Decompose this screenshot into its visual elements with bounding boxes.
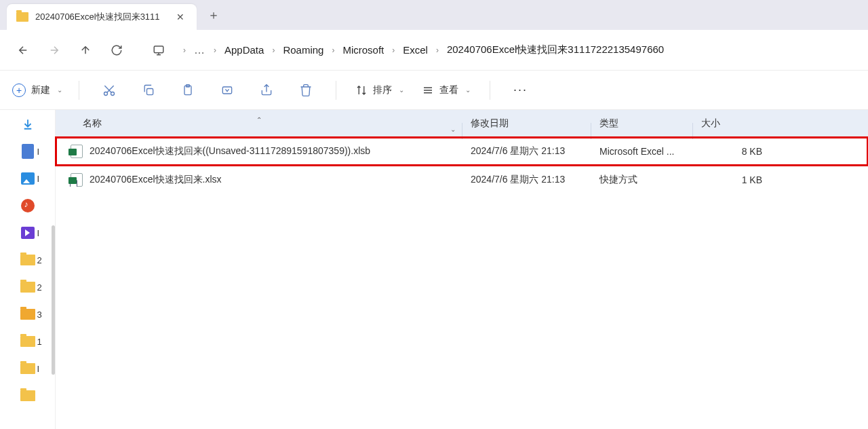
file-modified-cell: 2024/7/6 星期六 21:13 xyxy=(462,174,591,186)
svg-rect-3 xyxy=(147,88,153,94)
file-row[interactable]: 20240706Excel快速找回来((Unsaved-311172891591… xyxy=(56,137,868,166)
sidebar-music[interactable] xyxy=(17,197,39,214)
more-button[interactable]: ··· xyxy=(507,83,534,97)
file-type-cell: Microsoft Excel ... xyxy=(591,146,693,157)
file-size-cell: 1 KB xyxy=(693,174,774,185)
sidebar-folder[interactable]: I xyxy=(17,360,39,377)
crumb-excel[interactable]: Excel xyxy=(400,41,431,58)
file-size-cell: 8 KB xyxy=(693,146,774,157)
sort-button[interactable]: 排序 ⌄ xyxy=(353,84,407,96)
sidebar: I I I 2 2 3 1 I xyxy=(0,110,56,429)
refresh-button[interactable] xyxy=(103,37,130,64)
file-type-cell: 快捷方式 xyxy=(591,174,693,186)
main-area: I I I 2 2 3 1 I ⌃ 名称 ⌄ 修改日期 类型 大小 202407… xyxy=(0,110,868,429)
share-button[interactable] xyxy=(253,77,280,104)
svg-rect-0 xyxy=(154,46,163,53)
file-row[interactable]: 20240706Excel快速找回来.xlsx 2024/7/6 星期六 21:… xyxy=(56,166,868,194)
folder-icon xyxy=(20,255,35,265)
chevron-down-icon: ⌄ xyxy=(399,86,404,94)
chevron-down-icon: ⌄ xyxy=(57,86,62,94)
chevron-down-icon: ⌄ xyxy=(465,86,471,94)
delete-button[interactable] xyxy=(292,77,319,104)
video-icon xyxy=(21,227,35,239)
chevron-right-icon: › xyxy=(392,45,395,55)
breadcrumb-overflow[interactable]: … xyxy=(191,44,208,56)
sidebar-pictures[interactable]: I xyxy=(17,170,39,187)
cut-button[interactable] xyxy=(96,77,123,104)
chevron-down-icon[interactable]: ⌄ xyxy=(450,126,456,133)
crumb-current[interactable]: 20240706Excel快速找回来31117222135497660 xyxy=(444,41,667,59)
this-pc-icon[interactable] xyxy=(145,37,172,64)
sidebar-folder[interactable]: 1 xyxy=(17,333,39,350)
back-button[interactable] xyxy=(9,37,37,64)
navigation-bar: › … › AppData › Roaming › Microsoft › Ex… xyxy=(0,30,868,71)
column-headers: ⌃ 名称 ⌄ 修改日期 类型 大小 xyxy=(56,110,868,137)
tab-bar: 20240706Excel快速找回来3111 ✕ ＋ xyxy=(0,0,868,30)
chevron-right-icon: › xyxy=(183,45,186,55)
rename-button[interactable] xyxy=(214,77,241,104)
folder-icon xyxy=(20,336,35,347)
copy-button[interactable] xyxy=(135,77,162,104)
chevron-right-icon: › xyxy=(214,45,216,55)
svg-point-1 xyxy=(104,92,108,95)
sidebar-downloads[interactable] xyxy=(17,115,39,133)
new-button[interactable]: + 新建 ⌄ xyxy=(12,83,62,97)
chevron-right-icon: › xyxy=(332,45,334,55)
column-modified[interactable]: 修改日期 xyxy=(462,117,591,130)
svg-point-2 xyxy=(111,92,115,95)
sort-indicator-icon: ⌃ xyxy=(256,116,262,124)
column-size[interactable]: 大小 xyxy=(693,117,774,130)
plus-circle-icon: + xyxy=(12,83,26,97)
tab-title: 20240706Excel快速找回来3111 xyxy=(35,11,167,23)
up-button[interactable] xyxy=(72,37,99,64)
sidebar-folder[interactable]: 2 xyxy=(17,278,39,296)
divider xyxy=(79,81,79,100)
crumb-roaming[interactable]: Roaming xyxy=(280,41,326,58)
divider xyxy=(336,81,336,100)
new-label: 新建 xyxy=(31,84,50,96)
music-icon xyxy=(21,199,35,212)
svg-rect-6 xyxy=(222,87,231,94)
column-type[interactable]: 类型 xyxy=(591,117,693,130)
crumb-appdata[interactable]: AppData xyxy=(222,41,267,58)
view-button[interactable]: 查看 ⌄ xyxy=(419,84,473,96)
paste-button[interactable] xyxy=(174,77,201,104)
active-tab[interactable]: 20240706Excel快速找回来3111 ✕ xyxy=(7,4,197,30)
folder-icon xyxy=(20,390,35,401)
sidebar-folder[interactable]: 3 xyxy=(17,305,39,323)
column-name[interactable]: ⌃ 名称 ⌄ xyxy=(56,117,462,130)
breadcrumb[interactable]: › … › AppData › Roaming › Microsoft › Ex… xyxy=(176,41,859,59)
file-name-cell: 20240706Excel快速找回来((Unsaved-311172891591… xyxy=(56,145,462,158)
file-list-area: ⌃ 名称 ⌄ 修改日期 类型 大小 20240706Excel快速找回来((Un… xyxy=(56,110,868,429)
forward-button[interactable] xyxy=(41,37,68,64)
folder-icon xyxy=(16,12,28,22)
file-modified-cell: 2024/7/6 星期六 21:13 xyxy=(462,145,591,157)
folder-icon xyxy=(20,363,35,374)
sidebar-folder[interactable]: 2 xyxy=(17,251,39,269)
chevron-right-icon: › xyxy=(272,45,275,55)
folder-icon xyxy=(20,282,35,293)
excel-shortcut-icon xyxy=(71,173,83,187)
picture-icon xyxy=(21,172,35,185)
view-label: 查看 xyxy=(439,84,458,96)
toolbar: + 新建 ⌄ 排序 ⌄ 查看 ⌄ ··· xyxy=(0,71,868,110)
excel-file-icon xyxy=(71,145,83,158)
file-name-cell: 20240706Excel快速找回来.xlsx xyxy=(56,173,462,187)
divider xyxy=(490,81,490,100)
sort-label: 排序 xyxy=(373,84,392,96)
new-tab-button[interactable]: ＋ xyxy=(197,7,231,23)
close-icon[interactable]: ✕ xyxy=(174,10,187,24)
sidebar-folder[interactable] xyxy=(17,387,39,405)
document-icon xyxy=(22,144,34,159)
folder-icon xyxy=(20,309,35,320)
sidebar-videos[interactable]: I xyxy=(17,224,39,242)
crumb-microsoft[interactable]: Microsoft xyxy=(340,41,387,58)
sidebar-documents[interactable]: I xyxy=(17,143,39,160)
chevron-right-icon: › xyxy=(436,45,439,55)
